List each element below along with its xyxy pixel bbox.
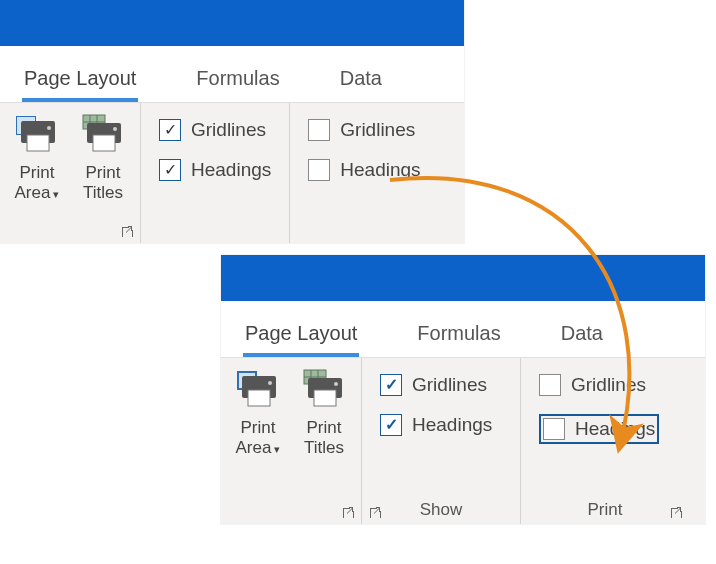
view-gridlines-checkbox[interactable]: Gridlines <box>159 119 271 141</box>
group-show: Gridlines Headings <box>141 103 290 243</box>
svg-rect-4 <box>27 135 49 151</box>
gridlines-label: Gridlines <box>571 374 646 396</box>
checkbox-unchecked-icon <box>539 374 561 396</box>
group-label-show: Show <box>366 500 516 522</box>
print-area-label: PrintArea ▾ <box>236 418 281 459</box>
tab-formulas[interactable]: Formulas <box>194 57 281 102</box>
tabs-row: Page Layout Formulas Data <box>221 301 705 357</box>
checkbox-unchecked-icon <box>543 418 565 440</box>
page-setup-launcher-icon[interactable] <box>120 225 134 239</box>
svg-point-21 <box>334 382 338 386</box>
svg-point-14 <box>268 381 272 385</box>
tab-data[interactable]: Data <box>559 312 605 357</box>
view-headings-checkbox[interactable]: Headings <box>380 414 502 436</box>
checkbox-checked-icon <box>380 414 402 436</box>
svg-rect-15 <box>248 390 270 406</box>
group-label-print: Print <box>525 500 685 522</box>
headings-label: Headings <box>575 418 655 440</box>
headings-label: Headings <box>412 414 492 436</box>
print-headings-checkbox[interactable]: Headings <box>539 414 671 444</box>
checkbox-checked-icon <box>380 374 402 396</box>
tab-data[interactable]: Data <box>338 57 384 102</box>
ribbon-before: Page Layout Formulas Data PrintArea ▾ <box>0 0 464 243</box>
group-print: Gridlines Headings Print <box>521 358 689 524</box>
print-gridlines-checkbox[interactable]: Gridlines <box>539 374 671 396</box>
print-area-button[interactable]: PrintArea ▾ <box>225 364 291 459</box>
command-row: PrintArea ▾ PrintTitles Gridlines Headin… <box>0 102 464 243</box>
checkbox-unchecked-icon <box>308 159 330 181</box>
group-page-setup: PrintArea ▾ PrintTitles <box>0 103 141 243</box>
print-titles-icon <box>81 113 125 161</box>
window-titlebar <box>0 0 464 46</box>
highlighted-target: Headings <box>539 414 659 444</box>
print-titles-button[interactable]: PrintTitles <box>70 109 136 204</box>
group-print: Gridlines Headings <box>290 103 438 243</box>
print-area-icon <box>236 368 280 416</box>
group-page-setup: PrintArea ▾ PrintTitles <box>221 358 362 524</box>
ribbon-after: Page Layout Formulas Data PrintArea ▾ <box>221 255 705 524</box>
group-show: Gridlines Headings Show <box>362 358 521 524</box>
print-area-button[interactable]: PrintArea ▾ <box>4 109 70 204</box>
tabs-row: Page Layout Formulas Data <box>0 46 464 102</box>
svg-point-3 <box>47 126 51 130</box>
print-area-label: PrintArea ▾ <box>15 163 60 204</box>
print-gridlines-checkbox[interactable]: Gridlines <box>308 119 420 141</box>
headings-label: Headings <box>340 159 420 181</box>
print-area-icon <box>15 113 59 161</box>
print-titles-label: PrintTitles <box>83 163 123 203</box>
page-setup-launcher-icon[interactable] <box>341 506 355 520</box>
gridlines-label: Gridlines <box>412 374 487 396</box>
svg-rect-11 <box>93 135 115 151</box>
print-titles-button[interactable]: PrintTitles <box>291 364 357 459</box>
tab-page-layout[interactable]: Page Layout <box>243 312 359 357</box>
checkbox-checked-icon <box>159 119 181 141</box>
svg-rect-22 <box>314 390 336 406</box>
print-headings-checkbox[interactable]: Headings <box>308 159 420 181</box>
window-titlebar <box>221 255 705 301</box>
tab-formulas[interactable]: Formulas <box>415 312 502 357</box>
print-titles-icon <box>302 368 346 416</box>
show-launcher-icon[interactable] <box>368 506 382 520</box>
gridlines-label: Gridlines <box>340 119 415 141</box>
print-launcher-icon[interactable] <box>669 506 683 520</box>
headings-label: Headings <box>191 159 271 181</box>
print-titles-label: PrintTitles <box>304 418 344 458</box>
command-row: PrintArea ▾ PrintTitles Gridlines Headin… <box>221 357 705 524</box>
checkbox-checked-icon <box>159 159 181 181</box>
svg-point-10 <box>113 127 117 131</box>
tab-page-layout[interactable]: Page Layout <box>22 57 138 102</box>
checkbox-unchecked-icon <box>308 119 330 141</box>
gridlines-label: Gridlines <box>191 119 266 141</box>
view-headings-checkbox[interactable]: Headings <box>159 159 271 181</box>
view-gridlines-checkbox[interactable]: Gridlines <box>380 374 502 396</box>
